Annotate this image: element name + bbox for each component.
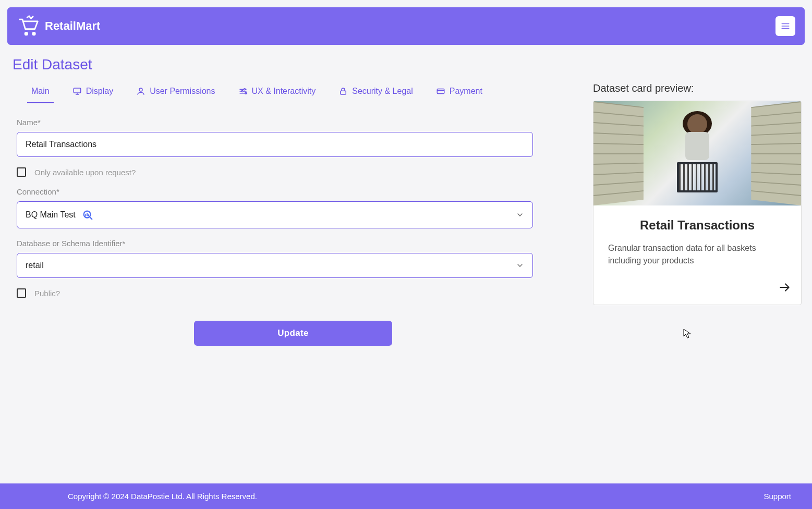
tab-label: Payment (450, 87, 482, 96)
footer-support-link[interactable]: Support (763, 492, 791, 501)
tab-display[interactable]: Display (68, 82, 117, 103)
request-only-label: Only available upon request? (34, 168, 136, 177)
lock-icon (338, 87, 348, 96)
menu-button[interactable] (775, 16, 795, 36)
hamburger-icon (781, 21, 790, 31)
tab-payment[interactable]: Payment (432, 82, 487, 103)
tab-main[interactable]: Main (27, 82, 54, 103)
tab-security-legal[interactable]: Security & Legal (334, 82, 417, 103)
tab-label: User Permissions (150, 87, 215, 96)
name-label: Name* (17, 118, 569, 127)
connection-label: Connection* (17, 187, 569, 196)
tab-label: UX & Interactivity (252, 87, 316, 96)
credit-card-icon (436, 87, 445, 96)
tab-label: Security & Legal (352, 87, 413, 96)
app-header: RetailMart (7, 7, 805, 45)
page-title: Edit Dataset (0, 45, 812, 82)
brand: RetailMart (17, 15, 100, 38)
preview-image (593, 101, 801, 205)
connection-value: BQ Main Test (26, 210, 76, 220)
svg-rect-7 (341, 91, 346, 94)
svg-rect-8 (437, 89, 444, 94)
tab-label: Main (31, 87, 50, 96)
update-button[interactable]: Update (194, 321, 392, 346)
sliders-icon (238, 87, 248, 96)
svg-point-0 (25, 32, 28, 35)
chevron-down-icon (516, 261, 524, 270)
cart-logo-icon (17, 15, 40, 38)
tabs: Main Display User Permissions UX & Inter… (17, 82, 569, 103)
svg-point-5 (241, 91, 243, 92)
request-only-checkbox[interactable] (17, 167, 26, 177)
preview-card-title: Retail Transactions (608, 218, 786, 233)
schema-label: Database or Schema Identifier* (17, 239, 569, 248)
connection-select[interactable]: BQ Main Test (17, 201, 533, 228)
public-checkbox[interactable] (17, 288, 26, 298)
preview-card-description: Granular transaction data for all basket… (608, 242, 786, 267)
tab-ux-interactivity[interactable]: UX & Interactivity (234, 82, 320, 103)
svg-point-1 (32, 32, 35, 35)
arrow-right-icon (778, 281, 792, 294)
public-label: Public? (34, 289, 60, 298)
svg-rect-2 (74, 88, 81, 93)
chevron-down-icon (516, 211, 524, 219)
name-input[interactable] (17, 132, 533, 157)
brand-name: RetailMart (45, 19, 100, 33)
svg-point-3 (139, 88, 142, 91)
user-icon (136, 87, 146, 96)
tab-label: Display (86, 87, 113, 96)
footer-copyright: Copyright © 2024 DataPostie Ltd. All Rig… (68, 492, 257, 501)
preview-heading: Dataset card preview: (593, 82, 802, 94)
svg-point-4 (244, 89, 245, 90)
footer: Copyright © 2024 DataPostie Ltd. All Rig… (0, 483, 812, 509)
schema-select[interactable]: retail (17, 253, 533, 278)
monitor-icon (72, 87, 82, 96)
preview-card[interactable]: Retail Transactions Granular transaction… (593, 101, 802, 305)
schema-value: retail (26, 261, 44, 270)
tab-user-permissions[interactable]: User Permissions (132, 82, 219, 103)
bigquery-icon (82, 209, 93, 221)
